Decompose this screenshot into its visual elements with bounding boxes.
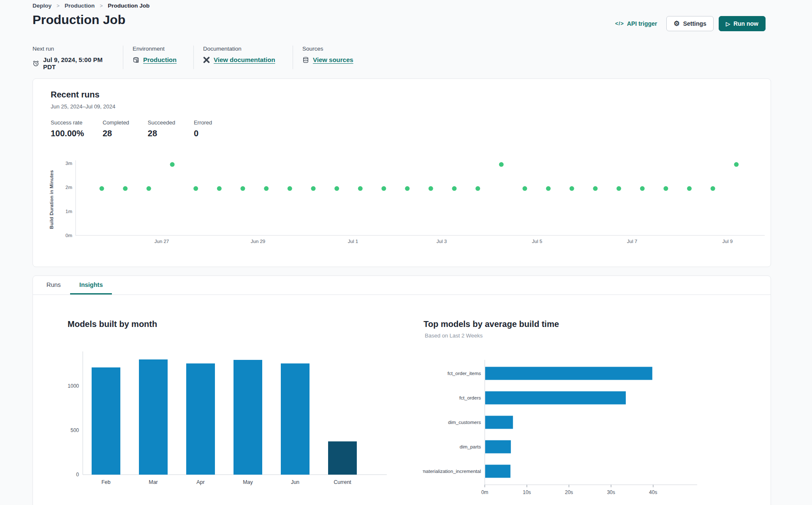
breadcrumb-item-current: Production Job [108,3,149,9]
svg-text:Jun 27: Jun 27 [155,239,169,244]
svg-text:Feb: Feb [101,479,111,485]
svg-text:Build Duration in Minutes: Build Duration in Minutes [49,170,54,229]
database-icon [302,57,309,63]
breadcrumb-separator: > [100,3,103,9]
svg-text:dim_parts: dim_parts [460,444,481,449]
build-duration-chart: Build Duration in Minutes0m1m2m3mJun 27J… [33,155,771,257]
svg-text:0m: 0m [481,489,489,495]
stat-label: Completed [103,119,129,126]
top-models-chart-subtitle: Based on Last 2 Weeks [425,332,483,339]
run-now-button-label: Run now [733,20,758,27]
svg-text:Jun 29: Jun 29 [251,239,266,244]
svg-text:Jul 3: Jul 3 [437,239,447,244]
settings-button-label: Settings [683,20,706,27]
svg-text:30s: 30s [607,489,615,495]
alarm-clock-icon [33,60,39,67]
environment-label: Environment [133,46,184,52]
page-title: Production Job [33,13,125,27]
api-trigger-link[interactable]: </> API trigger [615,20,657,27]
svg-text:Apr: Apr [196,479,204,485]
stat-errored: Errored0 [194,119,212,138]
stat-success-rate: Success rate100.00% [51,119,84,138]
svg-text:Jul 1: Jul 1 [348,239,358,244]
next-run-label: Next run [33,46,114,52]
svg-text:materialization_incremental: materialization_incremental [423,469,481,474]
view-documentation-link[interactable]: View documentation [214,56,275,63]
stat-label: Succeeded [148,119,175,126]
environment-icon [133,57,139,63]
stat-value: 28 [148,129,175,138]
tab-runs[interactable]: Runs [37,276,70,294]
svg-text:Current: Current [334,479,351,485]
top-models-by-build-time-chart: fct_order_itemsfct_ordersdim_customersdi… [423,359,718,502]
meta-environment: Environment Production [133,46,184,63]
svg-text:Mar: Mar [149,479,158,485]
svg-text:500: 500 [71,427,79,433]
svg-text:0: 0 [76,472,79,478]
top-models-chart-title: Top models by average build time [424,319,559,329]
svg-text:3m: 3m [65,161,72,166]
svg-text:10s: 10s [523,489,531,495]
svg-text:Jul 5: Jul 5 [532,239,542,244]
job-meta-row: Next run Jul 9, 2024, 5:00 PM PDT Enviro… [33,46,361,70]
tab-bar: RunsInsights [33,276,771,295]
svg-text:1m: 1m [65,209,72,214]
svg-text:2m: 2m [65,185,72,190]
breadcrumb-item-deploy[interactable]: Deploy [33,3,52,9]
svg-text:fct_order_items: fct_order_items [448,371,481,376]
stat-label: Errored [194,119,212,126]
svg-text:Jul 7: Jul 7 [627,239,637,244]
view-sources-link[interactable]: View sources [313,56,353,63]
documentation-label: Documentation [203,46,283,52]
stat-completed: Completed28 [103,119,129,138]
meta-divider [193,46,194,69]
run-now-button[interactable]: ▷ Run now [719,16,766,31]
breadcrumb-separator: > [57,3,60,9]
meta-divider [293,46,293,69]
svg-text:May: May [243,479,253,485]
header-actions: </> API trigger ⚙ Settings ▷ Run now [615,16,766,31]
recent-runs-title: Recent runs [51,90,100,100]
breadcrumb: Deploy > Production > Production Job [33,3,149,9]
svg-text:40s: 40s [649,489,657,495]
sources-label: Sources [302,46,361,52]
meta-divider [123,46,123,69]
svg-text:dim_customers: dim_customers [448,420,481,425]
stat-succeeded: Succeeded28 [148,119,175,138]
meta-sources: Sources View sources [302,46,361,63]
svg-text:Jul 9: Jul 9 [722,239,733,244]
svg-text:20s: 20s [565,489,573,495]
settings-button[interactable]: ⚙ Settings [666,16,714,31]
production-job-page: Deploy > Production > Production Job Pro… [0,0,812,505]
models-built-by-month-chart: 05001000FebMarAprMayJunCurrent [64,351,397,494]
gear-icon: ⚙ [673,20,679,27]
meta-documentation: Documentation View documentation [203,46,283,63]
svg-text:0m: 0m [65,233,72,238]
dbt-docs-icon [203,57,210,63]
recent-runs-card: Recent runs Jun 25, 2024–Jul 09, 2024 Su… [33,78,771,267]
breadcrumb-item-production[interactable]: Production [65,3,95,9]
stat-value: 0 [194,129,212,138]
recent-runs-date-range: Jun 25, 2024–Jul 09, 2024 [51,103,115,110]
environment-link[interactable]: Production [143,56,177,63]
code-icon: </> [615,21,624,27]
stat-value: 28 [103,129,129,138]
stat-value: 100.00% [51,129,84,138]
meta-next-run: Next run Jul 9, 2024, 5:00 PM PDT [33,46,114,70]
svg-text:1000: 1000 [68,383,79,389]
svg-text:fct_orders: fct_orders [459,395,481,400]
api-trigger-label: API trigger [627,20,657,27]
next-run-value: Jul 9, 2024, 5:00 PM PDT [43,56,114,70]
insights-card: RunsInsights Models built by month 05001… [33,275,771,505]
models-built-chart-title: Models built by month [68,319,157,329]
tab-insights[interactable]: Insights [70,276,112,294]
svg-text:Jun: Jun [291,479,299,485]
play-icon: ▷ [726,21,730,27]
stat-label: Success rate [51,119,84,126]
recent-runs-stats: Success rate100.00%Completed28Succeeded2… [51,119,212,138]
